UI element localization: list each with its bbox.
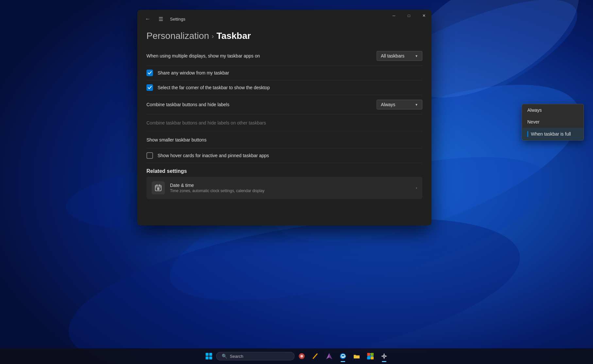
option-never-label: Never (527, 119, 539, 124)
search-bar[interactable]: 🔍 Search (216, 352, 295, 360)
multiple-displays-value: All taskbars (381, 53, 412, 58)
taskbar-icon-store[interactable] (364, 350, 377, 363)
close-button[interactable]: ✕ (416, 10, 432, 22)
taskbar-icon-folder[interactable] (350, 350, 363, 363)
taskbar-icon-brush[interactable] (309, 350, 322, 363)
combine-buttons-dropdown[interactable]: Always ▼ (377, 100, 422, 109)
hover-cards-row: Show hover cards for inactive and pinned… (146, 148, 422, 163)
related-date-time-subtitle: Time zones, automatic clock settings, ca… (170, 189, 411, 193)
settings-window: ← ☰ Settings ─ □ ✕ Personalization › Tas… (137, 10, 432, 225)
option-when-full-label: When taskbar is full (531, 131, 571, 137)
search-text: Search (230, 354, 243, 359)
multiple-displays-row: When using multiple displays, show my ta… (146, 46, 422, 66)
breadcrumb-current: Taskbar (216, 31, 251, 41)
svg-rect-24 (367, 356, 370, 359)
breadcrumb-separator: › (212, 32, 214, 40)
maximize-button[interactable]: □ (401, 10, 416, 22)
hover-cards-checkbox[interactable] (146, 152, 153, 159)
far-corner-checkbox[interactable] (146, 84, 153, 91)
related-settings-heading: Related settings (146, 163, 422, 177)
search-icon: 🔍 (222, 354, 227, 359)
date-time-icon (152, 181, 165, 194)
dropdown-option-never[interactable]: Never (522, 116, 584, 128)
multiple-displays-label: When using multiple displays, show my ta… (146, 53, 377, 58)
start-button[interactable] (202, 350, 215, 363)
combine-buttons-arrow: ▼ (415, 103, 418, 107)
related-date-time-text: Date & time Time zones, automatic clock … (170, 183, 411, 193)
combine-buttons-control: Always ▼ (377, 100, 422, 109)
multiple-displays-control: All taskbars ▼ (377, 51, 422, 61)
show-smaller-label: Show smaller taskbar buttons (146, 137, 422, 142)
related-date-time[interactable]: Date & time Time zones, automatic clock … (146, 177, 422, 199)
minimize-button[interactable]: ─ (386, 10, 401, 22)
title-bar: ← ☰ Settings ─ □ ✕ (137, 10, 432, 28)
share-window-checkbox[interactable] (146, 70, 153, 76)
related-chevron-icon: › (416, 186, 417, 190)
combine-other-label: Combine taskbar buttons and hide labels … (146, 120, 422, 125)
dropdown-option-always[interactable]: Always (522, 104, 584, 116)
svg-rect-17 (209, 356, 212, 359)
dropdown-menu: Always Never When taskbar is full (522, 104, 584, 141)
svg-rect-16 (206, 356, 209, 359)
window-title: Settings (170, 17, 185, 22)
far-corner-row: Select the far corner of the taskbar to … (146, 80, 422, 95)
window-controls: ─ □ ✕ (386, 10, 432, 22)
hamburger-button[interactable]: ☰ (156, 14, 166, 24)
share-window-row: Share any window from my taskbar (146, 66, 422, 80)
taskbar-icon-fluent[interactable] (323, 350, 336, 363)
combine-buttons-value: Always (381, 102, 412, 107)
title-bar-nav: ← ☰ (143, 14, 166, 24)
combine-buttons-label: Combine taskbar buttons and hide labels (146, 102, 377, 107)
taskbar-icon-edge[interactable] (336, 350, 349, 363)
dropdown-option-when-full[interactable]: When taskbar is full (522, 128, 584, 140)
svg-rect-15 (209, 353, 212, 356)
svg-line-13 (158, 189, 159, 189)
combine-buttons-row: Combine taskbar buttons and hide labels … (146, 95, 422, 114)
related-date-time-title: Date & time (170, 183, 411, 188)
combine-other-row: Combine taskbar buttons and hide labels … (146, 114, 422, 131)
share-window-label: Share any window from my taskbar (158, 70, 229, 75)
svg-rect-23 (371, 353, 374, 356)
multiple-displays-dropdown[interactable]: All taskbars ▼ (377, 51, 422, 61)
svg-rect-14 (206, 353, 209, 356)
taskbar-icon-settings[interactable] (378, 350, 391, 363)
selected-indicator (527, 131, 528, 137)
far-corner-label: Select the far corner of the taskbar to … (158, 85, 270, 90)
settings-content: When using multiple displays, show my ta… (137, 46, 432, 225)
taskbar-icon-paint[interactable] (295, 350, 308, 363)
hover-cards-label: Show hover cards for inactive and pinned… (158, 153, 269, 158)
taskbar: 🔍 Search (0, 348, 593, 364)
taskbar-center: 🔍 Search (202, 350, 391, 363)
back-button[interactable]: ← (143, 14, 153, 24)
svg-point-26 (383, 355, 385, 357)
breadcrumb-parent[interactable]: Personalization (146, 31, 209, 41)
svg-point-19 (300, 355, 303, 357)
svg-rect-22 (367, 353, 370, 356)
show-smaller-row: Show smaller taskbar buttons (146, 131, 422, 148)
multiple-displays-arrow: ▼ (415, 54, 418, 58)
svg-rect-25 (371, 356, 374, 359)
option-always-label: Always (527, 108, 542, 113)
breadcrumb: Personalization › Taskbar (137, 28, 432, 46)
